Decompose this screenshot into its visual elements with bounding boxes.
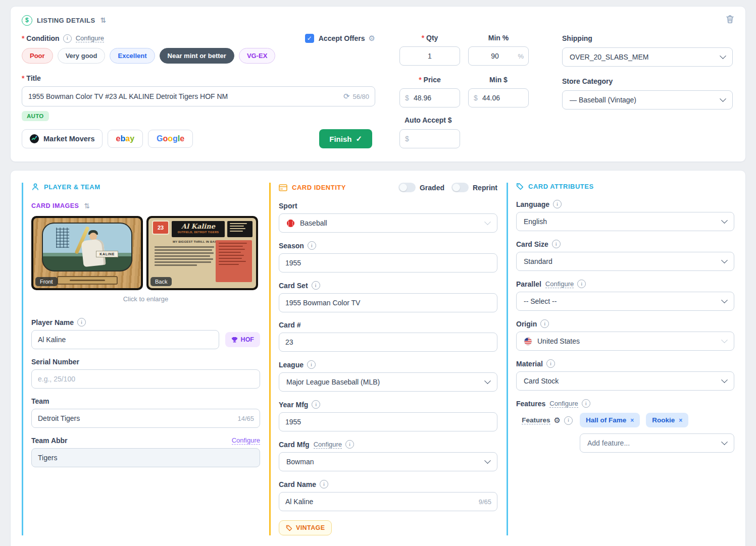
team-abbr-label: Team Abbr: [31, 436, 68, 445]
graded-toggle[interactable]: [398, 183, 416, 192]
card-icon: [279, 184, 287, 191]
origin-select[interactable]: United States: [516, 332, 734, 351]
condition-option-excellent[interactable]: Excellent: [110, 48, 155, 64]
market-movers-button[interactable]: Market Movers: [22, 129, 103, 148]
card-mfg-label: Card Mfg: [279, 441, 310, 449]
info-icon[interactable]: [308, 241, 316, 250]
chevron-down-icon: [721, 257, 728, 263]
min-pct-label: Min %: [468, 34, 529, 42]
card-number-input[interactable]: [279, 333, 497, 352]
team-input[interactable]: [31, 409, 260, 428]
front-badge: Front: [35, 277, 58, 286]
feature-chip-rookie[interactable]: Rookie ×: [646, 413, 688, 427]
info-icon[interactable]: [552, 240, 561, 248]
click-to-enlarge-link[interactable]: Click to enlarge: [31, 295, 260, 303]
card-size-select[interactable]: Standard: [516, 252, 734, 271]
store-category-value: — Baseball (Vintage): [570, 96, 636, 104]
sort-icon[interactable]: ⇅: [100, 16, 107, 24]
condition-label: Condition: [22, 34, 60, 42]
serial-number-label: Serial Number: [31, 358, 79, 366]
store-category-label: Store Category: [562, 77, 613, 85]
parallel-select[interactable]: -- Select --: [516, 292, 734, 311]
year-mfg-input[interactable]: [279, 412, 497, 431]
card-mfg-select[interactable]: Bowman: [279, 452, 497, 471]
title-label: Title: [22, 74, 41, 82]
google-button[interactable]: Google: [148, 130, 193, 148]
card-mfg-configure-link[interactable]: Configure: [314, 441, 342, 449]
material-label: Material: [516, 360, 543, 368]
info-icon[interactable]: [345, 440, 354, 449]
language-select[interactable]: English: [516, 212, 734, 231]
chevron-down-icon: [720, 95, 726, 102]
features-configure-link[interactable]: Configure: [549, 400, 578, 408]
info-icon[interactable]: [77, 318, 86, 326]
info-icon[interactable]: [320, 480, 328, 488]
info-icon[interactable]: [540, 319, 549, 328]
qty-input[interactable]: [399, 46, 460, 66]
player-team-column: PLAYER & TEAM CARD IMAGES ⇅: [22, 183, 260, 535]
condition-option-near-mint-selected[interactable]: Near mint or better: [160, 48, 234, 64]
sort-icon[interactable]: ⇅: [84, 202, 90, 210]
team-counter: 14/65: [237, 415, 254, 422]
market-movers-icon: [29, 134, 39, 144]
accept-offers-gear-icon[interactable]: ⚙: [369, 34, 375, 43]
shipping-select[interactable]: OVER_20_SLABS_MEM: [562, 47, 733, 67]
feature-chip-hall-of-fame[interactable]: Hall of Fame ×: [580, 413, 640, 427]
baseball-icon: [286, 219, 295, 228]
condition-option-vg-ex[interactable]: VG-EX: [239, 48, 275, 64]
chevron-down-icon: [721, 297, 728, 303]
add-feature-select[interactable]: Add feature...: [580, 433, 734, 453]
trash-icon[interactable]: [726, 15, 734, 26]
info-icon[interactable]: [582, 399, 590, 408]
ebay-logo: ebay: [116, 134, 135, 143]
condition-option-poor[interactable]: Poor: [22, 48, 53, 64]
features-gear-icon[interactable]: ⚙: [554, 416, 561, 425]
sport-select[interactable]: Baseball: [279, 213, 497, 233]
card-attributes-header: CARD ATTRIBUTES: [516, 183, 734, 190]
market-movers-label: Market Movers: [43, 135, 95, 143]
finish-button[interactable]: Finish ✓: [319, 129, 372, 148]
info-icon[interactable]: [564, 416, 573, 425]
info-icon[interactable]: [307, 360, 316, 369]
ebay-button[interactable]: ebay: [108, 130, 143, 148]
remove-icon[interactable]: ×: [630, 417, 634, 424]
min-price-currency: $: [474, 94, 478, 102]
card-back-image[interactable]: 23 Al Kaline OUTFIELD, DETROIT TIGERS MY…: [146, 216, 258, 290]
team-abbr-input[interactable]: [31, 448, 260, 467]
reprint-label: Reprint: [473, 184, 497, 192]
tag-icon: [516, 183, 524, 190]
chevron-down-icon: [721, 439, 728, 445]
info-icon[interactable]: [63, 34, 72, 43]
team-abbr-configure-link[interactable]: Configure: [232, 436, 260, 445]
card-front-image[interactable]: KALINE Front: [31, 216, 143, 290]
league-select[interactable]: Major League Baseball (MLB): [279, 372, 497, 392]
condition-configure-link[interactable]: Configure: [76, 34, 104, 42]
info-icon[interactable]: [312, 281, 320, 290]
card-name-input[interactable]: [279, 492, 497, 511]
remove-icon[interactable]: ×: [679, 417, 682, 424]
player-name-input[interactable]: [31, 330, 219, 349]
accept-offers-checkbox[interactable]: [305, 34, 314, 43]
dollar-icon: $: [22, 15, 32, 26]
info-icon[interactable]: [577, 280, 586, 288]
info-icon[interactable]: [546, 359, 555, 368]
percent-suffix: %: [518, 52, 524, 60]
season-input[interactable]: [279, 253, 497, 272]
player-name-label: Player Name: [31, 318, 74, 326]
card-details-panel: PLAYER & TEAM CARD IMAGES ⇅: [10, 170, 746, 546]
condition-option-very-good[interactable]: Very good: [58, 48, 106, 64]
material-select[interactable]: Card Stock: [516, 371, 734, 391]
chevron-down-icon: [721, 217, 728, 224]
reprint-toggle[interactable]: [451, 183, 469, 192]
card-set-input[interactable]: [279, 293, 497, 312]
check-icon: ✓: [356, 134, 362, 143]
parallel-configure-link[interactable]: Configure: [545, 280, 574, 288]
refresh-icon[interactable]: ⟳: [343, 92, 350, 101]
store-category-select[interactable]: — Baseball (Vintage): [562, 90, 733, 110]
serial-number-input[interactable]: [31, 369, 260, 389]
info-icon[interactable]: [312, 400, 320, 409]
back-badge: Back: [150, 277, 172, 286]
trophy-icon: [231, 337, 238, 343]
title-input[interactable]: [22, 86, 375, 106]
info-icon[interactable]: [553, 200, 562, 208]
